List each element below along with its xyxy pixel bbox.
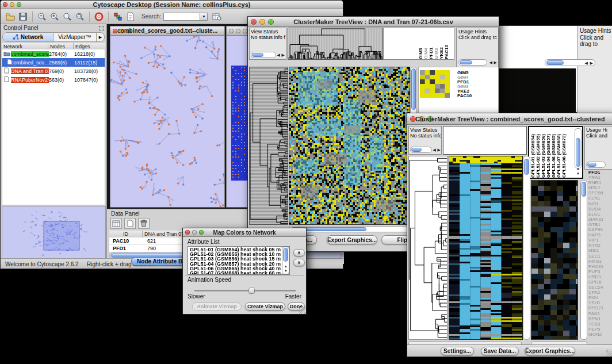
save-button[interactable]	[17, 11, 29, 22]
network-list-row[interactable]: RNAPuberNov2+563(0)107847(0)	[2, 75, 105, 84]
tv2-heatmap[interactable]	[449, 156, 523, 340]
main-titlebar[interactable]: Cytoscape Desktop (Session Name: collins…	[1, 1, 343, 9]
annotation-button[interactable]	[125, 11, 136, 22]
list-item[interactable]: PAC10	[444, 28, 449, 59]
fragment-heatmap-area[interactable]	[499, 68, 576, 113]
list-item[interactable]: MON2	[588, 332, 612, 337]
list-item[interactable]: HAP3	[588, 232, 612, 237]
tv2-labels-vscrollbar[interactable]	[575, 128, 582, 168]
network-list-row[interactable]: DNA and Tran 07769(0)183728(0)	[2, 67, 105, 75]
frame2-close-button[interactable]	[229, 29, 234, 33]
list-item[interactable]: PFD1	[588, 170, 612, 175]
tv2-zoom-heatmap[interactable]	[531, 180, 578, 340]
zoom-fit-button[interactable]	[74, 11, 86, 22]
tv1-usage-hscrollbar[interactable]	[458, 59, 487, 66]
tv1-heatmap-hscrollbar[interactable]	[289, 226, 410, 232]
animate-vizmap-button[interactable]: Animate Vizmap	[192, 302, 242, 311]
list-item[interactable]: TCB3	[588, 321, 612, 327]
tv2-zoom-vscrollbar[interactable]	[580, 180, 587, 340]
network-overview-canvas[interactable]	[2, 206, 105, 262]
scroll-thumb[interactable]	[411, 148, 422, 152]
frame2-minimize-button[interactable]	[236, 29, 240, 33]
list-item[interactable]: GPL51-03 (GSM856)	[541, 128, 546, 178]
list-item[interactable]: BUD4	[588, 206, 612, 212]
scroll-thumb[interactable]	[582, 182, 586, 197]
list-item[interactable]: GTB1	[588, 222, 612, 227]
scroll-left-icon[interactable]: ◀	[277, 53, 280, 58]
list-item[interactable]: GPL51-07 (GSM868) heat shock 60 min	[190, 271, 281, 275]
tv1-column-dendrogram[interactable]	[288, 28, 383, 60]
col-header-network[interactable]: Network	[2, 43, 48, 49]
list-item[interactable]: GIM4	[423, 28, 429, 59]
data-col-id[interactable]: ID	[109, 231, 143, 237]
scroll-right-icon[interactable]: ▶	[282, 53, 285, 58]
zoom-selected-button[interactable]	[62, 11, 73, 22]
list-item[interactable]: NTR2	[588, 243, 612, 248]
tv2-usage-hscrollbar[interactable]	[586, 162, 606, 168]
scroll-thumb[interactable]	[587, 163, 596, 167]
tv1-heatmap[interactable]	[289, 67, 410, 225]
list-item[interactable]: GIM3	[434, 28, 439, 59]
scroll-thumb[interactable]	[283, 248, 288, 262]
list-item[interactable]: YKE2	[439, 28, 444, 59]
scroll-thumb[interactable]	[411, 68, 416, 110]
tv2-row-dendrogram[interactable]	[408, 156, 447, 340]
list-item[interactable]: PAC10	[457, 94, 472, 98]
fragment-hscrollbar[interactable]: ◀ ▶	[545, 59, 595, 66]
vizmapper-button[interactable]	[112, 11, 124, 22]
list-item[interactable]: GPL51-02 (GSM855)	[536, 128, 541, 178]
create-vizmap-button[interactable]: Create Vizmap	[245, 302, 285, 311]
zoom-in-button[interactable]	[49, 11, 60, 22]
scroll-right-icon[interactable]: ▶	[438, 148, 441, 152]
export-graphics-button[interactable]: Export Graphics...	[327, 235, 377, 244]
list-item[interactable]: GPL51-04 (GSM857)	[546, 128, 551, 178]
list-item[interactable]: GPL51-06 (GSM865)	[551, 128, 556, 178]
list-item[interactable]: PFD1	[429, 28, 434, 59]
list-item[interactable]: KAP95	[588, 227, 612, 232]
list-item[interactable]: GPL51-03 (GSM856) heat shock 15 min	[190, 256, 281, 261]
list-item[interactable]: FIG4	[588, 295, 612, 300]
tv2-column-dendrogram-area[interactable]	[443, 126, 527, 155]
list-item[interactable]: RNR4	[588, 180, 612, 185]
list-item[interactable]: NIS1	[588, 201, 612, 206]
frame1-titlebar[interactable]: combined_scores_good.txt--cluste...	[110, 26, 224, 36]
scroll-right-icon[interactable]: ▶	[590, 61, 593, 66]
list-item[interactable]: GPI16	[588, 279, 612, 285]
attribute-select-button[interactable]	[110, 218, 122, 229]
list-item[interactable]: GPL51-02 (GSM855) heat shock 10 min	[190, 252, 281, 256]
scroll-right-icon[interactable]: ▶	[494, 60, 497, 65]
tv2-heatmap-vscrollbar[interactable]	[523, 156, 530, 340]
scroll-down-icon[interactable]: ▼	[576, 171, 580, 176]
open-file-button[interactable]	[5, 11, 16, 22]
scroll-up-icon[interactable]: ▲	[284, 264, 288, 269]
move-up-button[interactable]: ∧	[293, 249, 305, 256]
list-item[interactable]: RPN1	[588, 316, 612, 321]
attribute-list-vscrollbar[interactable]: ▲ ▼	[282, 247, 289, 274]
resize-grip[interactable]	[606, 350, 612, 357]
list-item[interactable]: CPA2	[588, 290, 612, 295]
col-header-edges[interactable]: Edges	[74, 43, 105, 49]
list-item[interactable]: VIP1	[588, 237, 612, 243]
slider-thumb[interactable]	[248, 287, 255, 294]
scroll-left-icon[interactable]: ◀	[489, 60, 492, 65]
list-item[interactable]: PEP5	[588, 327, 612, 332]
move-down-button[interactable]: ∨	[293, 259, 305, 266]
list-item[interactable]: MAK31	[588, 217, 612, 222]
dialog-titlebar[interactable]: Map Colors to Network	[183, 228, 306, 237]
tab-overflow-button[interactable]: ▶	[96, 33, 104, 41]
scroll-left-icon[interactable]: ◀	[585, 61, 588, 66]
scroll-thumb[interactable]	[524, 159, 529, 175]
save-data-button[interactable]: Save Data...	[481, 347, 519, 355]
list-item[interactable]: GIM5	[418, 28, 423, 59]
tab-vizmapper[interactable]: VizMapper™	[53, 33, 96, 41]
list-item[interactable]: PUF3	[588, 269, 612, 274]
list-item[interactable]: CLN1	[588, 196, 612, 201]
scroll-thumb[interactable]	[460, 60, 472, 64]
list-item[interactable]: SPC98	[588, 190, 612, 196]
list-item[interactable]: ELG1	[588, 212, 612, 217]
list-item[interactable]: SEC1	[588, 254, 612, 259]
scroll-down-icon[interactable]: ▼	[284, 269, 288, 273]
list-item[interactable]: GPL51-07 (GSM868)	[556, 128, 561, 178]
list-item[interactable]: GPL51-04 (GSM857) heat shock 20 min	[190, 262, 281, 266]
list-item[interactable]: GPL51-01 (GSM854) heat shock 05 min	[190, 247, 281, 252]
